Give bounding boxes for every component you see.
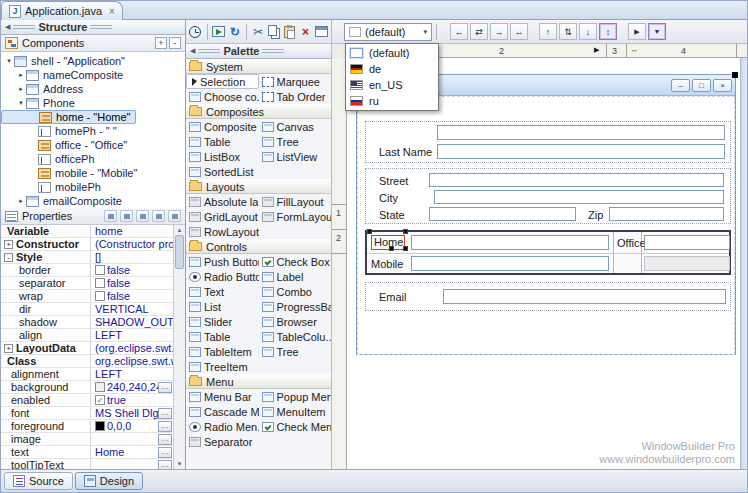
email-field[interactable] bbox=[443, 289, 726, 304]
property-row-foreground[interactable]: foreground 0,0,0… bbox=[1, 420, 173, 433]
palette-item-list[interactable]: List bbox=[186, 299, 259, 314]
background-ellipsis-button[interactable]: … bbox=[158, 382, 172, 393]
center-vertical-button[interactable]: ⇅ bbox=[559, 23, 577, 40]
palette-item-treeitem[interactable]: TreeItem bbox=[186, 359, 259, 374]
address-composite[interactable]: Street City State Zip bbox=[365, 168, 731, 224]
locale-combo[interactable]: (default) ▾ bbox=[344, 23, 432, 41]
selection-handle[interactable] bbox=[732, 72, 738, 78]
palette-item-composite[interactable]: Composite bbox=[186, 119, 259, 134]
palette-item-choose-component[interactable]: Choose co... bbox=[186, 89, 259, 104]
tree-item-office[interactable]: office - "Office" bbox=[1, 138, 185, 152]
phone-composite[interactable]: Home Office Mobile bbox=[365, 230, 731, 275]
palette-item-marquee[interactable]: Marquee bbox=[259, 74, 332, 89]
palette-item-canvas[interactable]: Canvas bbox=[259, 119, 332, 134]
panel-collapse-icon[interactable]: ◀ bbox=[190, 47, 195, 55]
vertical-ruler[interactable]: 1 2 bbox=[332, 58, 347, 469]
maximize-icon[interactable]: □ bbox=[692, 79, 711, 92]
paste-button[interactable] bbox=[283, 23, 296, 41]
checkbox-checked[interactable]: ✓ bbox=[95, 395, 105, 405]
grab-horizontal-button[interactable]: ▶ bbox=[628, 23, 646, 40]
palette-item-browser[interactable]: Browser bbox=[259, 314, 332, 329]
center-horizontal-button[interactable]: ⇄ bbox=[470, 23, 488, 40]
expand-arrow-icon[interactable]: ▸ bbox=[16, 71, 26, 79]
selection-handle[interactable] bbox=[403, 229, 408, 234]
tab-close-icon[interactable]: × bbox=[109, 6, 115, 17]
last-name-field[interactable] bbox=[437, 144, 725, 159]
property-row-align[interactable]: align LEFT bbox=[1, 329, 173, 342]
property-row-alignment[interactable]: alignment LEFT bbox=[1, 368, 173, 381]
align-bottom-button[interactable]: ↓ bbox=[579, 23, 597, 40]
foreground-ellipsis-button[interactable]: … bbox=[158, 421, 172, 432]
property-row-separator[interactable]: separator false bbox=[1, 277, 173, 290]
palette-category-menu[interactable]: Menu bbox=[186, 374, 331, 389]
property-row-border[interactable]: border false bbox=[1, 264, 173, 277]
state-field[interactable] bbox=[429, 207, 576, 221]
selection-handle[interactable] bbox=[367, 229, 372, 234]
expander-icon[interactable]: - bbox=[4, 253, 13, 262]
name-composite[interactable]: Last Name bbox=[365, 121, 731, 163]
first-name-field[interactable] bbox=[437, 125, 725, 140]
palette-category-system[interactable]: System bbox=[186, 59, 331, 74]
palette-item-listview[interactable]: ListView bbox=[259, 149, 332, 164]
locale-option-de[interactable]: de bbox=[347, 61, 437, 77]
scroll-up-icon[interactable]: ▲ bbox=[174, 227, 185, 233]
property-row-style[interactable]: -Style [] bbox=[1, 251, 173, 264]
tooltip-ellipsis-button[interactable]: … bbox=[158, 460, 172, 470]
convert-to-field-button[interactable] bbox=[136, 210, 149, 222]
palette-item-check-menuitem[interactable]: Check Men... bbox=[259, 419, 332, 434]
selection-handle[interactable] bbox=[389, 246, 394, 251]
palette-item-formlayout[interactable]: FormLayout bbox=[259, 209, 332, 224]
locale-option-ru[interactable]: ru bbox=[347, 93, 437, 109]
palette-item-combo[interactable]: Combo bbox=[259, 284, 332, 299]
cut-button[interactable]: ✂ bbox=[252, 23, 265, 41]
align-top-button[interactable]: ↑ bbox=[539, 23, 557, 40]
palette-item-tab-order[interactable]: Tab Order bbox=[259, 89, 332, 104]
palette-item-rowlayout[interactable]: RowLayout bbox=[186, 224, 259, 239]
property-row-wrap[interactable]: wrap false bbox=[1, 290, 173, 303]
selection-handle[interactable] bbox=[403, 246, 408, 251]
delete-button[interactable]: × bbox=[299, 23, 312, 41]
property-row-tooltiptext[interactable]: toolTipText … bbox=[1, 459, 173, 469]
scrollbar-thumb[interactable] bbox=[175, 235, 184, 269]
align-left-button[interactable]: ← bbox=[450, 23, 468, 40]
zip-field[interactable] bbox=[609, 207, 724, 221]
palette-category-layouts[interactable]: Layouts bbox=[186, 179, 331, 194]
tab-design[interactable]: Design bbox=[75, 472, 143, 490]
tab-source[interactable]: Source bbox=[4, 472, 73, 490]
palette-category-composites[interactable]: Composites bbox=[186, 104, 331, 119]
text-ellipsis-button[interactable]: … bbox=[158, 447, 172, 458]
panel-collapse-icon[interactable]: ◀ bbox=[5, 23, 10, 31]
scroll-down-icon[interactable]: ▼ bbox=[174, 461, 185, 467]
palette-item-popup-menu[interactable]: Popup Menu bbox=[259, 389, 332, 404]
collapse-all-button[interactable]: - bbox=[169, 37, 181, 49]
tree-item-homeph[interactable]: homePh - " " bbox=[1, 124, 185, 138]
editor-tab-application-java[interactable]: J Application.java × bbox=[1, 1, 123, 20]
tree-item-mobile[interactable]: mobile - "Mobile" bbox=[1, 166, 185, 180]
palette-item-tableitem[interactable]: TableItem bbox=[186, 344, 259, 359]
palette-item-tablecolumn[interactable]: TableColu... bbox=[259, 329, 332, 344]
palette-item-cascade-menu[interactable]: Cascade M... bbox=[186, 404, 259, 419]
locale-option-default[interactable]: (default) bbox=[347, 45, 437, 61]
checkbox-unchecked[interactable] bbox=[95, 291, 105, 301]
palette-item-table[interactable]: Table bbox=[186, 134, 259, 149]
tree-item-officeph[interactable]: officePh bbox=[1, 152, 185, 166]
properties-window-button[interactable] bbox=[315, 23, 328, 41]
palette-item-absolute-layout[interactable]: Absolute la... bbox=[186, 194, 259, 209]
city-field[interactable] bbox=[434, 190, 724, 204]
home-label-selected[interactable]: Home bbox=[371, 235, 405, 250]
canvas-scrollbar[interactable] bbox=[740, 58, 748, 469]
expander-icon[interactable]: + bbox=[4, 344, 13, 353]
property-row-dir[interactable]: dir VERTICAL bbox=[1, 303, 173, 316]
palette-item-gridlayout[interactable]: GridLayout bbox=[186, 209, 259, 224]
palette-item-filllayout[interactable]: FillLayout bbox=[259, 194, 332, 209]
align-right-button[interactable]: → bbox=[490, 23, 508, 40]
palette-item-listbox[interactable]: ListBox bbox=[186, 149, 259, 164]
palette-item-progressbar[interactable]: ProgressBar bbox=[259, 299, 332, 314]
mobile-phone-field[interactable] bbox=[411, 256, 609, 271]
palette-item-tree[interactable]: Tree bbox=[259, 134, 332, 149]
restore-default-button[interactable] bbox=[168, 210, 181, 222]
palette-category-controls[interactable]: Controls bbox=[186, 239, 331, 254]
tree-item-phone[interactable]: ▾ Phone bbox=[1, 96, 185, 110]
expand-arrow-icon[interactable]: ▾ bbox=[4, 57, 14, 65]
tree-item-mobileph[interactable]: mobilePh bbox=[1, 180, 185, 194]
